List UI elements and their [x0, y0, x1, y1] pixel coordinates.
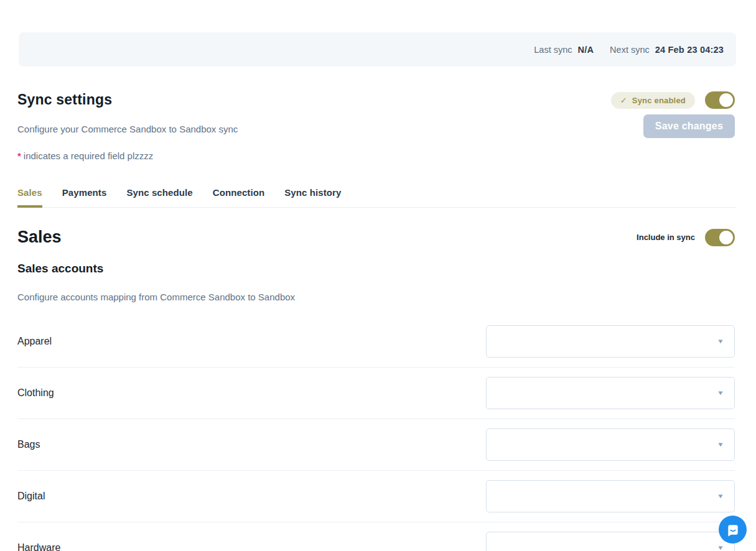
mapping-row: Bags ▼ — [17, 419, 735, 471]
toggle-knob — [719, 93, 733, 107]
sync-status-bar: Last sync N/A Next sync 24 Feb 23 04:23 — [19, 32, 736, 67]
check-icon: ✓ — [620, 96, 627, 105]
required-note-text: indicates a required field plzzzz — [24, 150, 153, 161]
page-title: Sync settings — [17, 91, 238, 108]
tab-sync-history[interactable]: Sync history — [284, 183, 341, 208]
sales-section-head: Sales Include in sync — [17, 228, 735, 247]
include-in-sync-row: Include in sync — [637, 229, 735, 246]
last-sync-label: Last sync — [534, 45, 572, 55]
accounts-mapping-list: Apparel ▼ Clothing ▼ Bags ▼ Digital ▼ Ha… — [17, 316, 735, 551]
tab-bar: SalesPaymentsSync scheduleConnectionSync… — [17, 183, 736, 208]
next-sync-label: Next sync — [610, 45, 650, 55]
save-changes-button[interactable]: Save changes — [643, 114, 735, 138]
required-field-note: *indicates a required field plzzzz — [17, 150, 739, 161]
mapping-row: Digital ▼ — [17, 471, 735, 522]
chevron-down-icon: ▼ — [717, 389, 724, 396]
account-select[interactable]: ▼ — [486, 532, 735, 551]
sales-section-title: Sales — [17, 228, 62, 247]
account-select[interactable]: ▼ — [486, 428, 735, 461]
tab-payments[interactable]: Payments — [62, 183, 107, 208]
mapping-row: Apparel ▼ — [17, 316, 735, 368]
last-sync-stat: Last sync N/A — [534, 45, 594, 55]
sync-enabled-badge: ✓ Sync enabled — [611, 92, 695, 109]
mapping-row-label: Apparel — [17, 336, 52, 347]
mapping-row-label: Hardware — [17, 542, 60, 551]
account-select[interactable]: ▼ — [486, 480, 735, 512]
mapping-row-label: Clothing — [17, 387, 54, 399]
chevron-down-icon: ▼ — [717, 493, 724, 499]
last-sync-value: N/A — [578, 45, 594, 55]
tab-connection[interactable]: Connection — [213, 183, 265, 208]
chevron-down-icon: ▼ — [717, 441, 724, 448]
chat-launcher-button[interactable] — [719, 516, 747, 544]
account-select[interactable]: ▼ — [486, 325, 735, 358]
next-sync-value: 24 Feb 23 04:23 — [655, 45, 724, 55]
chevron-down-icon: ▼ — [717, 544, 724, 551]
account-select[interactable]: ▼ — [486, 377, 735, 409]
tab-sync-schedule[interactable]: Sync schedule — [126, 183, 192, 208]
sales-accounts-heading: Sales accounts — [17, 262, 739, 276]
mapping-row: Clothing ▼ — [17, 368, 735, 419]
mapping-row: Hardware ▼ — [17, 522, 735, 551]
include-in-sync-toggle[interactable] — [705, 229, 735, 246]
include-in-sync-label: Include in sync — [637, 233, 695, 242]
chat-bubble-icon — [726, 522, 740, 537]
toggle-knob — [719, 231, 733, 244]
header-right: ✓ Sync enabled Save changes — [611, 91, 735, 138]
tab-sales[interactable]: Sales — [17, 183, 42, 208]
page-header: Sync settings Configure your Commerce Sa… — [17, 91, 735, 138]
mapping-row-label: Digital — [17, 491, 45, 502]
sync-enabled-toggle[interactable] — [705, 91, 735, 109]
mapping-row-label: Bags — [17, 439, 40, 450]
page-subtitle: Configure your Commerce Sandbox to Sandb… — [17, 124, 238, 134]
required-asterisk: * — [17, 150, 21, 161]
sync-enabled-badge-label: Sync enabled — [632, 96, 686, 105]
next-sync-stat: Next sync 24 Feb 23 04:23 — [610, 45, 724, 55]
sales-accounts-subtitle: Configure accounts mapping from Commerce… — [17, 292, 739, 302]
header-left: Sync settings Configure your Commerce Sa… — [17, 91, 238, 138]
chevron-down-icon: ▼ — [717, 338, 724, 345]
